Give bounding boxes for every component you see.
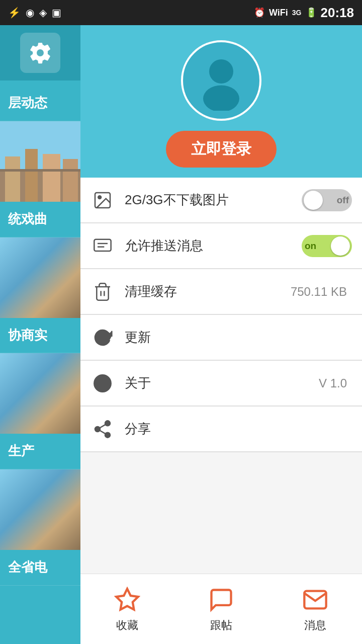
gear-icon xyxy=(28,41,52,65)
image-icon xyxy=(90,188,115,212)
settings-item-update[interactable]: 更新 xyxy=(80,315,362,360)
svg-rect-2 xyxy=(5,156,20,202)
sidebar-image-1[interactable] xyxy=(0,121,80,202)
alarm-icon: ⏰ xyxy=(254,7,265,18)
login-button[interactable]: 立即登录 xyxy=(166,131,277,168)
sidebar-item-1[interactable]: 层动态 xyxy=(0,86,80,121)
label-2g3g: 2G/3G不下载图片 xyxy=(125,191,302,209)
toggle-label-push: on xyxy=(305,240,316,252)
battery-icon: 🔋 xyxy=(306,7,317,18)
about-icon xyxy=(93,373,113,393)
status-left-icons: ⚡ ◉ ◈ ▣ xyxy=(8,7,61,19)
mail-icon xyxy=(301,586,329,614)
refresh-icon xyxy=(90,326,115,350)
tab-favorites-label: 收藏 xyxy=(116,618,138,633)
svg-point-7 xyxy=(209,59,233,84)
divider-6 xyxy=(80,452,362,452)
label-update: 更新 xyxy=(125,329,352,346)
delete-icon xyxy=(93,282,113,302)
sidebar-item-3[interactable]: 统戏曲 xyxy=(0,202,80,237)
svg-rect-3 xyxy=(25,149,38,202)
message-icon xyxy=(90,234,115,258)
sidebar-image-placeholder-4 xyxy=(0,469,80,550)
toggle-push[interactable]: on xyxy=(302,235,352,257)
sidebar-item-7[interactable]: 生产 xyxy=(0,434,80,469)
svg-marker-24 xyxy=(117,589,138,609)
svg-line-23 xyxy=(100,424,105,428)
wifi-icon: WiFi xyxy=(269,8,288,18)
svg-point-20 xyxy=(95,427,100,432)
follow-icon-svg xyxy=(208,587,234,613)
toggle-knob-push xyxy=(331,236,350,256)
tab-follow-label: 跟帖 xyxy=(210,618,232,633)
label-push: 允许推送消息 xyxy=(125,237,302,255)
sidebar-image-4[interactable] xyxy=(0,469,80,550)
usb-icon: ⚡ xyxy=(8,7,21,19)
svg-rect-4 xyxy=(43,154,60,202)
sidebar-image-placeholder-1 xyxy=(0,121,80,202)
version-value: V 1.0 xyxy=(319,376,347,390)
toggle-label-2g3g: off xyxy=(337,195,349,206)
sidebar-image-3[interactable] xyxy=(0,353,80,434)
main-panel: 立即登录 2G/3G不下载图片 off xyxy=(80,25,362,644)
sidebar-item-9[interactable]: 全省电 xyxy=(0,550,80,586)
android-icon: ◉ xyxy=(26,7,34,19)
maps-icon: ◈ xyxy=(39,7,47,19)
sidebar-image-2[interactable] xyxy=(0,237,80,318)
trash-icon xyxy=(90,280,115,304)
tab-bar: 收藏 跟帖 消息 xyxy=(80,574,362,644)
toggle-knob-2g3g xyxy=(304,191,323,210)
settings-item-push[interactable]: 允许推送消息 on xyxy=(80,223,362,269)
time: 20:18 xyxy=(321,5,354,21)
tab-follow[interactable]: 跟帖 xyxy=(174,586,268,633)
status-right-icons: ⏰ WiFi 3G 🔋 20:18 xyxy=(254,5,354,21)
svg-point-19 xyxy=(105,421,110,426)
svg-rect-5 xyxy=(63,159,78,202)
sidebar: 层动态 统戏曲 协商实 生产 xyxy=(0,0,80,644)
settings-item-cache[interactable]: 清理缓存 750.11 KB xyxy=(80,269,362,314)
svg-point-10 xyxy=(98,195,102,199)
svg-point-8 xyxy=(203,86,239,111)
cache-value: 750.11 KB xyxy=(291,285,347,299)
settings-item-about[interactable]: 关于 V 1.0 xyxy=(80,361,362,406)
chat-tab-icon xyxy=(207,586,235,614)
svg-rect-6 xyxy=(0,169,80,172)
sidebar-image-placeholder-2 xyxy=(0,237,80,318)
photo-icon xyxy=(93,190,113,210)
settings-item-2g3g[interactable]: 2G/3G不下载图片 off xyxy=(80,178,362,223)
tab-messages[interactable]: 消息 xyxy=(268,586,362,633)
star-icon xyxy=(113,586,141,614)
status-bar: ⚡ ◉ ◈ ▣ ⏰ WiFi 3G 🔋 20:18 xyxy=(0,0,362,25)
toggle-2g3g[interactable]: off xyxy=(302,189,352,211)
avatar xyxy=(181,40,261,121)
label-cache: 清理缓存 xyxy=(125,283,291,300)
label-about: 关于 xyxy=(125,374,319,392)
tab-messages-label: 消息 xyxy=(304,618,326,633)
chat-icon xyxy=(93,236,113,256)
svg-line-22 xyxy=(100,430,105,434)
robot-icon: ▣ xyxy=(52,7,61,19)
settings-item-share[interactable]: 分享 xyxy=(80,407,362,452)
favorites-icon-svg xyxy=(114,587,140,613)
sidebar-image-placeholder-3 xyxy=(0,353,80,434)
sidebar-menu: 层动态 统戏曲 协商实 生产 xyxy=(0,86,80,586)
settings-button[interactable] xyxy=(20,33,60,73)
share-icon xyxy=(90,417,115,441)
info-icon xyxy=(90,371,115,395)
messages-icon-svg xyxy=(302,587,328,613)
avatar-icon xyxy=(191,50,251,111)
network-icon: 3G xyxy=(292,9,302,17)
update-icon xyxy=(93,328,113,348)
sidebar-item-5[interactable]: 协商实 xyxy=(0,318,80,354)
svg-rect-11 xyxy=(94,239,111,251)
label-share: 分享 xyxy=(125,420,352,438)
svg-point-21 xyxy=(105,432,110,437)
tab-favorites[interactable]: 收藏 xyxy=(80,586,174,633)
profile-section: 立即登录 xyxy=(80,25,362,178)
share-icon-svg xyxy=(93,419,113,439)
settings-list: 2G/3G不下载图片 off 允许推送消息 on xyxy=(80,178,362,574)
